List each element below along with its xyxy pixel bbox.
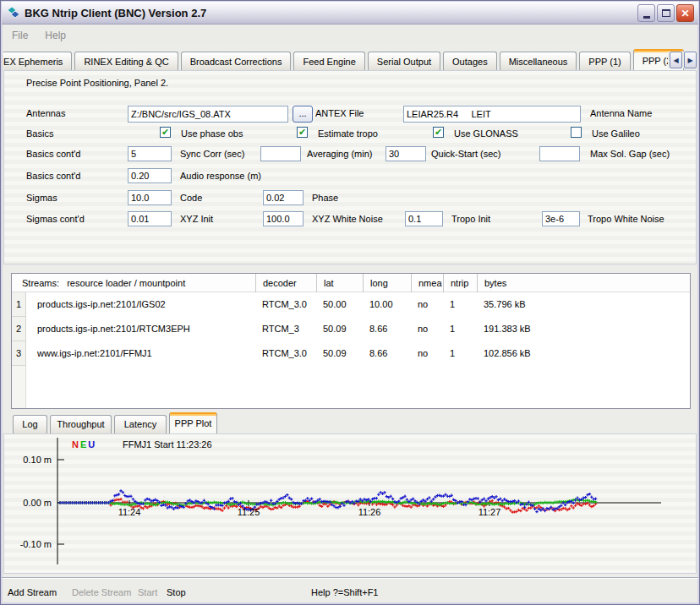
y-tick-000: 0.00 m — [8, 498, 52, 508]
cell-bytes: 35.796 kB — [477, 292, 688, 317]
tab-latency[interactable]: Latency — [114, 415, 167, 434]
estimate-tropo-label: Estimate tropo — [318, 128, 378, 139]
antenna-name-input[interactable] — [403, 106, 581, 123]
antex-file-label: ANTEX File — [315, 108, 364, 118]
table-row[interactable]: 1 products.igs-ip.net:2101/IGS02 RTCM_3.… — [12, 292, 690, 317]
max-sol-gap-input[interactable] — [539, 146, 580, 161]
legend-e: E — [80, 439, 86, 450]
minimize-icon — [643, 16, 650, 19]
tab-serial-output[interactable]: Serial Output — [368, 52, 440, 70]
x-tick-1126: 11:26 — [353, 507, 386, 517]
cell-long: 10.00 — [363, 292, 411, 317]
estimate-tropo-checkbox[interactable] — [297, 127, 308, 138]
tab-miscellaneous[interactable]: Miscellaneous — [500, 52, 577, 70]
cell-decoder: RTCM_3.0 — [255, 292, 316, 317]
cell-decoder: RTCM_3.0 — [255, 341, 316, 366]
tab-throughput[interactable]: Throughput — [50, 415, 112, 434]
tab-scroll-right-button[interactable]: ▶ — [684, 52, 697, 68]
sigma-code-label: Code — [180, 193, 202, 203]
table-row[interactable]: 2 products.igs-ip.net:2101/RTCM3EPH RTCM… — [12, 317, 690, 341]
cell-ntrip: 1 — [443, 292, 477, 317]
basics-contd2-label: Basics cont'd — [26, 171, 80, 181]
x-tick-1124: 11:24 — [112, 507, 146, 517]
tab-rinex-ephemeris[interactable]: IEX Ephemeris — [3, 52, 72, 70]
cell-ntrip: 1 — [443, 341, 477, 366]
tab-outages[interactable]: Outages — [443, 52, 497, 70]
cell-decoder: RTCM_3 — [255, 317, 316, 341]
use-galileo-label: Use Galileo — [592, 128, 640, 139]
window-title: BKG Ntrip Client (BNC) Version 2.7 — [25, 7, 206, 19]
status-divider-highlight — [2, 578, 698, 579]
cell-nmea: no — [411, 317, 443, 341]
delete-stream-button[interactable]: Delete Stream — [72, 587, 131, 597]
xyz-init-label: XYZ Init — [180, 214, 213, 224]
cell-mountpoint: products.igs-ip.net:2101/IGS02 — [27, 292, 255, 317]
tab-ppp-plot[interactable]: PPP Plot — [169, 412, 217, 434]
row-number: 2 — [12, 317, 26, 341]
table-row[interactable]: 3 www.igs-ip.net:2101/FFMJ1 RTCM_3.0 50.… — [12, 341, 690, 366]
plot-title: FFMJ1 Start 11:23:26 — [123, 439, 212, 450]
cell-long: 8.66 — [363, 341, 411, 366]
sync-corr-label: Sync Corr (sec) — [180, 149, 244, 159]
antex-browse-button[interactable]: ... — [293, 106, 313, 123]
header-lat: lat — [316, 274, 363, 292]
cell-nmea: no — [411, 292, 443, 317]
sigma-code-input[interactable] — [128, 190, 172, 205]
tab-scroll-left-button[interactable]: ◀ — [670, 52, 682, 68]
tropo-white-noise-input[interactable] — [542, 211, 580, 226]
cell-mountpoint: www.igs-ip.net:2101/FFMJ1 — [27, 341, 255, 366]
row-number: 3 — [12, 341, 26, 366]
cell-long: 8.66 — [363, 317, 411, 341]
use-phase-obs-label: Use phase obs — [181, 128, 243, 139]
cell-ntrip: 1 — [443, 317, 477, 341]
basics-contd1-label: Basics cont'd — [26, 149, 80, 159]
tab-feed-engine[interactable]: Feed Engine — [293, 52, 364, 70]
title-bar[interactable]: BKG Ntrip Client (BNC) Version 2.7 ✕ — [2, 2, 698, 25]
menu-help[interactable]: Help — [36, 30, 74, 41]
antex-file-input[interactable] — [128, 106, 288, 123]
add-stream-button[interactable]: Add Stream — [8, 587, 57, 597]
sigma-phase-input[interactable] — [263, 190, 304, 205]
sync-corr-input[interactable] — [128, 146, 172, 161]
stop-button[interactable]: Stop — [167, 587, 186, 597]
use-phase-obs-checkbox[interactable] — [160, 127, 171, 138]
header-long: long — [363, 274, 411, 292]
cell-lat: 50.09 — [316, 317, 363, 341]
close-button[interactable]: ✕ — [676, 4, 694, 22]
x-tick-1125: 11:25 — [232, 507, 265, 517]
top-tab-bar: IEX Ephemeris RINEX Editing & QC Broadca… — [3, 48, 697, 70]
maximize-button[interactable] — [657, 4, 675, 22]
averaging-input[interactable] — [260, 146, 301, 161]
xyz-white-noise-input[interactable] — [263, 211, 304, 226]
cell-mountpoint: products.igs-ip.net:2101/RTCM3EPH — [27, 317, 255, 341]
menu-bar: File Help — [3, 25, 697, 46]
ppp-plot-chart — [4, 434, 697, 573]
tab-rinex-editing-qc[interactable]: RINEX Editing & QC — [74, 52, 178, 70]
antennas-label: Antennas — [26, 108, 65, 118]
legend-n: N — [72, 439, 79, 450]
header-decoder: decoder — [255, 274, 316, 292]
use-galileo-checkbox[interactable] — [571, 127, 582, 138]
cell-lat: 50.09 — [316, 341, 363, 366]
x-tick-1127: 11:27 — [473, 507, 506, 517]
tab-log[interactable]: Log — [13, 415, 47, 434]
antenna-name-label: Antenna Name — [590, 108, 652, 118]
legend-u: U — [88, 439, 95, 450]
xyz-init-input[interactable] — [128, 211, 172, 226]
start-button[interactable]: Start — [138, 587, 157, 597]
cell-nmea: no — [411, 341, 443, 366]
app-icon — [7, 6, 20, 19]
tropo-init-input[interactable] — [405, 211, 443, 226]
menu-file[interactable]: File — [3, 30, 36, 41]
minimize-button[interactable] — [637, 4, 655, 22]
panel-heading: Precise Point Positioning, Panel 2. — [26, 78, 168, 88]
header-ntrip: ntrip — [443, 274, 477, 292]
tab-broadcast-corrections[interactable]: Broadcast Corrections — [181, 52, 292, 70]
header-bytes: bytes — [477, 274, 688, 292]
tab-ppp-1[interactable]: PPP (1) — [579, 52, 630, 70]
use-glonass-checkbox[interactable] — [433, 127, 444, 138]
streams-table: Streams: resource loader / mountpoint de… — [11, 273, 691, 409]
y-tick-m010: -0.10 m — [8, 539, 52, 549]
audio-response-input[interactable] — [128, 168, 172, 183]
quick-start-input[interactable] — [386, 146, 426, 161]
